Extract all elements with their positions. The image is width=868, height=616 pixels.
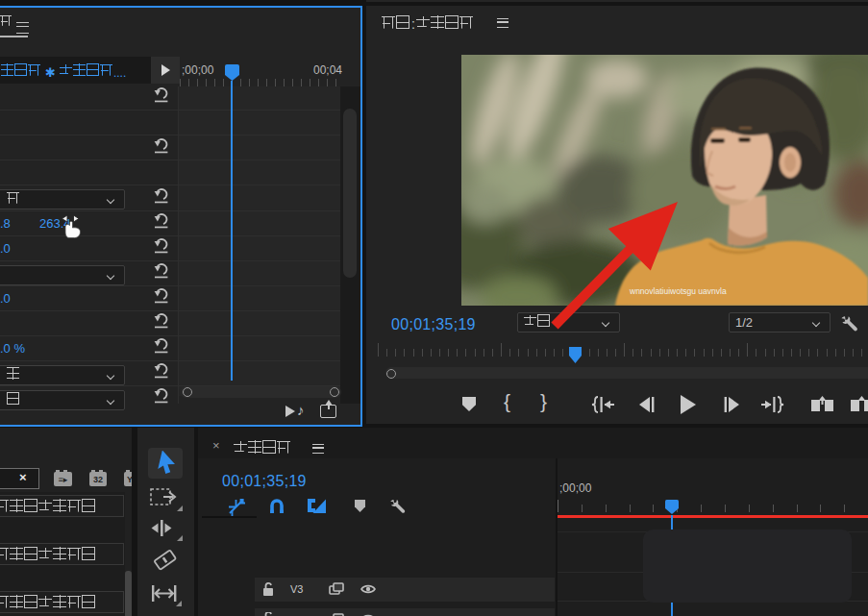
- svg-text:wnnovlatiuiwotsgu uavnvla: wnnovlatiuiwotsgu uavnvla: [629, 286, 727, 296]
